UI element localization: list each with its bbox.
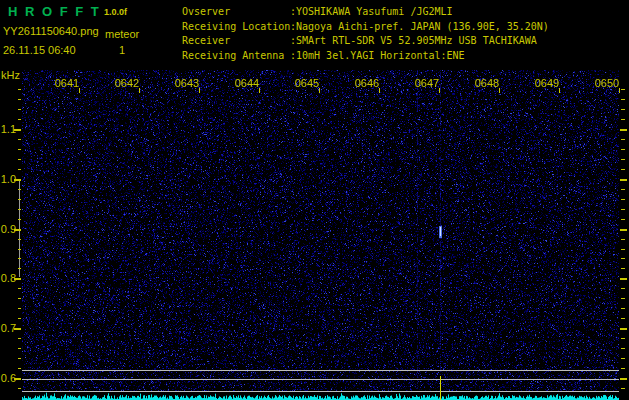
freq-minor-tick-right: [621, 268, 625, 269]
freq-minor-tick-left: [18, 308, 21, 309]
freq-major-tick-left: [14, 278, 21, 280]
freq-minor-tick-left: [18, 239, 21, 240]
receiver-label: Receiver: [182, 34, 290, 49]
location-value: :Nagoya Aichi-pref. JAPAN (136.90E, 35.2…: [290, 20, 549, 35]
freq-major-tick-left: [14, 229, 21, 231]
freq-major-tick-left: [14, 328, 21, 330]
freq-minor-tick-left: [18, 99, 21, 100]
antenna-label: Receiving Antenna: [182, 49, 290, 64]
time-label: 0642: [112, 77, 142, 89]
freq-minor-tick-right: [621, 368, 625, 369]
freq-minor-tick-right: [621, 358, 625, 359]
freq-minor-tick-left: [18, 139, 21, 140]
freq-major-tick-right: [620, 278, 627, 280]
freq-minor-tick-left: [18, 268, 21, 269]
time-tick: [319, 88, 320, 93]
station-info: Ovserver :YOSHIKAWA Yasufumi /JG2MLI Rec…: [182, 5, 549, 63]
freq-minor-tick-right: [621, 298, 625, 299]
freq-minor-tick-right: [621, 99, 625, 100]
info-row-receiver: Receiver :SMArt RTL-SDR V5 52.905MHz USB…: [182, 34, 549, 49]
freq-minor-tick-left: [18, 388, 21, 389]
freq-minor-tick-left: [18, 119, 21, 120]
time-tick: [259, 88, 260, 93]
hrofft-window: H R O F F T 1.0.0f YY2611150640.png mete…: [0, 0, 629, 400]
freq-minor-tick-left: [18, 89, 21, 90]
time-tick: [79, 88, 80, 93]
freq-minor-tick-right: [621, 109, 625, 110]
freq-minor-tick-right: [621, 119, 625, 120]
time-tick: [559, 88, 560, 93]
time-label: 0641: [52, 77, 82, 89]
freq-minor-tick-left: [18, 219, 21, 220]
freq-minor-tick-right: [621, 159, 625, 160]
time-label: 0643: [172, 77, 202, 89]
time-label: 0650: [592, 77, 622, 89]
freq-minor-tick-right: [621, 89, 625, 90]
freq-minor-tick-right: [621, 258, 625, 259]
freq-minor-tick-right: [621, 318, 625, 319]
freq-minor-tick-left: [18, 169, 21, 170]
mode-label: meteor: [105, 28, 139, 40]
time-tick: [139, 88, 140, 93]
freq-minor-tick-right: [621, 338, 625, 339]
freq-major-tick-right: [620, 129, 627, 131]
freq-minor-tick-right: [621, 288, 625, 289]
freq-unit-label: kHz: [1, 69, 20, 81]
freq-major-tick-right: [620, 328, 627, 330]
freq-minor-tick-right: [621, 139, 625, 140]
freq-minor-tick-left: [18, 288, 21, 289]
observer-value: :YOSHIKAWA Yasufumi /JG2MLI: [290, 5, 453, 20]
freq-minor-tick-left: [18, 358, 21, 359]
location-label: Receiving Location: [182, 20, 290, 35]
freq-minor-tick-right: [621, 219, 625, 220]
freq-minor-tick-right: [621, 189, 625, 190]
time-tick: [619, 88, 620, 93]
freq-major-tick-right: [620, 378, 627, 380]
freq-minor-tick-left: [18, 159, 21, 160]
time-label: 0648: [472, 77, 502, 89]
info-row-antenna: Receiving Antenna :10mH 3el.YAGI Horizon…: [182, 49, 549, 64]
spectrogram-canvas: [22, 70, 619, 400]
observer-label: Ovserver: [182, 5, 290, 20]
freq-major-tick-right: [620, 229, 627, 231]
receiver-value: :SMArt RTL-SDR V5 52.905MHz USB TACHIKAW…: [290, 34, 537, 49]
freq-minor-tick-left: [18, 348, 21, 349]
freq-minor-tick-left: [18, 149, 21, 150]
freq-minor-tick-right: [621, 239, 625, 240]
freq-minor-tick-right: [621, 169, 625, 170]
freq-minor-tick-left: [18, 189, 21, 190]
freq-minor-tick-left: [18, 318, 21, 319]
time-label: 0649: [532, 77, 562, 89]
time-label: 0645: [292, 77, 322, 89]
freq-minor-tick-left: [18, 368, 21, 369]
freq-major-tick-left: [14, 129, 21, 131]
freq-minor-tick-left: [18, 298, 21, 299]
freq-minor-tick-left: [18, 249, 21, 250]
freq-minor-tick-left: [18, 209, 21, 210]
freq-minor-tick-left: [18, 258, 21, 259]
time-tick: [199, 88, 200, 93]
app-version: 1.0.0f: [104, 7, 127, 17]
freq-minor-tick-left: [18, 109, 21, 110]
freq-major-tick-right: [620, 179, 627, 181]
freq-minor-tick-right: [621, 199, 625, 200]
freq-minor-tick-right: [621, 348, 625, 349]
freq-major-tick-left: [14, 179, 21, 181]
freq-minor-tick-left: [18, 199, 21, 200]
info-row-observer: Ovserver :YOSHIKAWA Yasufumi /JG2MLI: [182, 5, 549, 20]
freq-minor-tick-left: [18, 338, 21, 339]
antenna-value: :10mH 3el.YAGI Horizontal:ENE: [290, 49, 465, 64]
time-tick: [439, 88, 440, 93]
freq-minor-tick-right: [621, 308, 625, 309]
time-tick: [379, 88, 380, 93]
datetime-label: 26.11.15 06:40: [3, 44, 76, 56]
time-tick: [499, 88, 500, 93]
freq-minor-tick-right: [621, 249, 625, 250]
time-label: 0647: [412, 77, 442, 89]
freq-major-tick-left: [14, 378, 21, 380]
app-title: H R O F F T: [8, 4, 101, 19]
time-label: 0644: [232, 77, 262, 89]
freq-minor-tick-right: [621, 149, 625, 150]
meteor-count: 1: [119, 44, 125, 56]
time-label: 0646: [352, 77, 382, 89]
